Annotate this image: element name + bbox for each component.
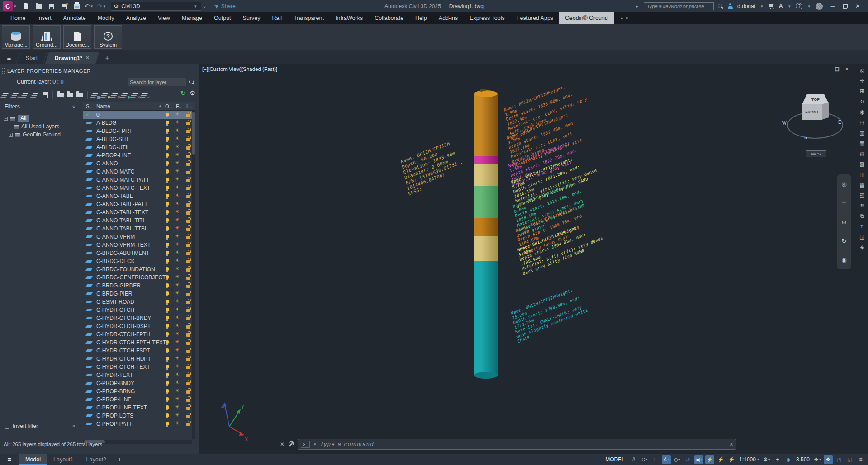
layer-walk-icon[interactable]: ▦: [92, 92, 99, 98]
layer-lock-icon[interactable]: [186, 268, 190, 272]
view-icon[interactable]: ◉: [860, 109, 864, 115]
share-button[interactable]: ➤ Share: [214, 3, 236, 9]
layer-on-icon[interactable]: [166, 186, 169, 189]
ribbon-tab-express-tools[interactable]: Express Tools: [464, 12, 511, 24]
layer-freeze-icon[interactable]: ☀: [175, 315, 180, 320]
set-current-icon[interactable]: ✓: [142, 92, 149, 98]
layer-row[interactable]: C-ANNO-TABL-PATT☀: [83, 200, 195, 208]
layer-row[interactable]: A-BLDG☀: [83, 119, 195, 127]
object-snap-icon[interactable]: ▣▾: [694, 455, 703, 464]
isolate-objects-icon[interactable]: ❖▾: [813, 455, 822, 464]
help-caret-icon[interactable]: ▾: [808, 4, 810, 9]
ribbon-tab-geodin-ground[interactable]: Geodin® Ground: [559, 12, 614, 24]
filter-node-geodin[interactable]: + GeoDin Ground: [9, 131, 81, 139]
workspace-dropdown[interactable]: ⚙ Civil 3D ▾: [111, 2, 201, 11]
orbit-icon[interactable]: ↻: [860, 99, 864, 105]
ribbon-tab-annotate[interactable]: Annotate: [57, 12, 92, 24]
viewcube-front-face[interactable]: FRONT: [802, 104, 822, 120]
layer-freeze-icon[interactable]: ☀: [175, 396, 180, 402]
zoom-extents-icon[interactable]: ⊞: [860, 88, 864, 94]
store-cart-icon[interactable]: [768, 4, 775, 9]
layout-tab-layout2[interactable]: Layout2: [80, 454, 113, 465]
layer-lock-icon[interactable]: [186, 260, 190, 263]
layer-on-icon[interactable]: [166, 308, 169, 311]
feedback-icon[interactable]: [816, 3, 823, 10]
layer-freeze-icon[interactable]: ☀: [175, 412, 180, 418]
command-line-bar[interactable]: >_ ▾ ∧: [298, 439, 736, 450]
save-icon[interactable]: [47, 2, 56, 10]
search-expand-icon[interactable]: ▸: [636, 4, 638, 9]
layer-row[interactable]: C-BRDG-PIER☀: [83, 290, 195, 298]
layer-row[interactable]: C-ANNO-MATC-PATT☀: [83, 176, 195, 184]
close-tab-icon[interactable]: ✕: [86, 55, 90, 61]
new-group-filter-icon[interactable]: [67, 93, 73, 97]
layer-on-icon[interactable]: [166, 218, 169, 222]
layer-row[interactable]: A-BLDG-SITE☀: [83, 135, 195, 143]
layer-row[interactable]: C-ANNO-MATC-TEXT☀: [83, 184, 195, 192]
layer-freeze-icon[interactable]: ☀: [175, 119, 180, 125]
layer-row[interactable]: C-ANNO-TABL☀: [83, 192, 195, 200]
layer-on-icon[interactable]: [166, 291, 169, 295]
keyword-search-input[interactable]: [644, 2, 714, 10]
snap-mode-icon[interactable]: ∷▾: [640, 455, 649, 464]
viewcube-side-face[interactable]: [822, 102, 829, 120]
layer-lock-icon[interactable]: [186, 342, 190, 345]
orbit-icon[interactable]: ↻: [842, 238, 847, 244]
ribbon-tab-featured-apps[interactable]: Featured Apps: [511, 12, 559, 24]
layer-freeze-icon[interactable]: ☀: [175, 184, 180, 190]
layer-lock-icon[interactable]: [186, 317, 190, 320]
layer-row[interactable]: C-HYDR-CTCH-HDPT☀: [83, 355, 195, 363]
viewport-minimize-control[interactable]: [−]: [202, 66, 208, 72]
minimize-button[interactable]: ─: [827, 3, 839, 9]
command-history-icon[interactable]: ∧: [730, 442, 733, 447]
layer-lock-icon[interactable]: [186, 407, 190, 410]
ribbon-tab-help[interactable]: Help: [409, 12, 433, 24]
layer-lock-icon[interactable]: [186, 220, 190, 223]
wcs-dropdown[interactable]: WCS: [806, 150, 826, 157]
layer-lock-icon[interactable]: [186, 374, 190, 377]
autodesk-app-icon[interactable]: A: [779, 3, 783, 9]
showmotion-icon[interactable]: ◉: [841, 257, 846, 263]
layer-key-icon[interactable]: 🗝: [13, 92, 19, 98]
layer-lock-icon[interactable]: [186, 236, 190, 239]
layer-on-icon[interactable]: [166, 357, 169, 360]
layout-menu-icon[interactable]: ≡: [0, 456, 19, 463]
layer-on-icon[interactable]: [166, 381, 169, 385]
layer-lock-icon[interactable]: [186, 415, 190, 418]
layer-on-icon[interactable]: [166, 202, 169, 206]
column-on[interactable]: O..: [165, 103, 172, 109]
graphics-performance-icon[interactable]: ◳: [835, 455, 844, 464]
ribbon-tab-output[interactable]: Output: [208, 12, 237, 24]
ribbon-button-system[interactable]: ?System: [94, 25, 122, 49]
layer-freeze-icon[interactable]: ☀: [175, 217, 180, 223]
layout-tab-model[interactable]: Model: [19, 454, 47, 465]
user-menu-caret-icon[interactable]: ▾: [761, 4, 763, 9]
app-menu-caret-icon[interactable]: ▾: [14, 4, 16, 9]
layer-on-icon[interactable]: [166, 161, 169, 165]
tree-collapse-icon[interactable]: −: [4, 117, 8, 121]
layer-row[interactable]: C-BRDG-FOUNDATION☀: [83, 265, 195, 273]
layer-on-icon[interactable]: [166, 413, 169, 417]
restore-button[interactable]: [843, 4, 848, 9]
layer-on-icon[interactable]: [166, 340, 169, 344]
refresh-icon[interactable]: ↻: [180, 89, 186, 97]
layer-lock-icon[interactable]: [186, 155, 190, 158]
layer-row[interactable]: C-BRDG-ABUTMENT☀: [83, 249, 195, 257]
palette-icon[interactable]: ▤: [859, 119, 864, 126]
layer-lock-icon[interactable]: [186, 350, 190, 353]
layer-lock-icon[interactable]: [186, 382, 190, 385]
column-lock[interactable]: L..: [186, 103, 192, 109]
layer-freeze-icon[interactable]: ☀: [175, 388, 180, 394]
freeze-layer-icon[interactable]: ❄: [122, 92, 129, 98]
layer-freeze-icon[interactable]: ☀: [175, 160, 180, 166]
markup-icon[interactable]: ▨: [859, 161, 864, 167]
layer-row[interactable]: C-PROP-PATT☀: [83, 420, 195, 428]
viewcube[interactable]: TOP FRONT: [801, 94, 830, 122]
layout-tab-layout1[interactable]: Layout1: [47, 454, 80, 465]
xref-icon[interactable]: ⧉: [860, 213, 864, 219]
compass-east-label[interactable]: E: [838, 120, 841, 125]
layer-on-icon[interactable]: [166, 397, 169, 401]
layer-freeze-icon[interactable]: ☀: [175, 258, 180, 263]
layer-on-icon[interactable]: [166, 145, 169, 149]
layer-lock-icon[interactable]: [186, 399, 190, 402]
